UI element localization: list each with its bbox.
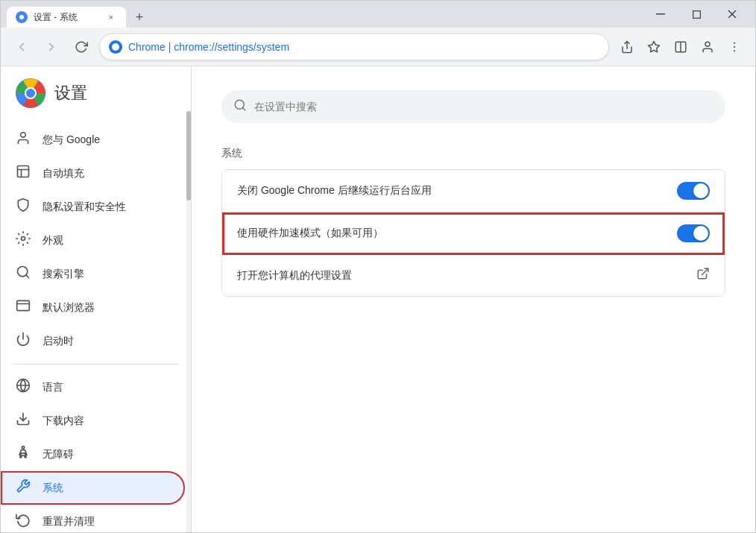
more-button[interactable] — [722, 35, 746, 59]
hardware-acceleration-toggle[interactable] — [677, 224, 710, 242]
svg-point-17 — [26, 89, 35, 98]
sidebar-item-label: 重置并清理 — [42, 515, 95, 529]
svg-point-6 — [112, 43, 119, 51]
new-tab-button[interactable]: + — [129, 7, 150, 28]
title-bar: 设置 - 系统 × + — [1, 1, 755, 28]
search-bar-wrapper — [221, 90, 725, 123]
settings-row-hardware-acceleration: 使用硬件加速模式（如果可用） — [222, 212, 725, 255]
sidebar-navigation: 您与 Google 自动填充 隐私设置和安全性 — [1, 120, 191, 532]
toggle-thumb-2 — [693, 226, 708, 241]
sidebar-item-search[interactable]: 搜索引擎 — [1, 257, 185, 291]
sidebar-item-system[interactable]: 系统 — [1, 471, 185, 505]
bookmark-button[interactable] — [642, 35, 666, 59]
svg-point-18 — [21, 133, 26, 138]
browser-icon — [16, 298, 31, 317]
sidebar-item-appearance[interactable]: 外观 — [1, 224, 185, 257]
sidebar-item-accessibility[interactable]: 无障碍 — [1, 438, 185, 471]
close-button[interactable] — [715, 4, 749, 25]
power-icon — [16, 332, 31, 350]
sidebar-scrollbar[interactable] — [186, 66, 191, 532]
shield-icon — [16, 198, 31, 216]
tab-favicon — [16, 11, 28, 23]
continue-running-label: 关闭 Google Chrome 后继续运行后台应用 — [237, 184, 677, 198]
address-text: Chrome | chrome://settings/system — [128, 41, 599, 53]
svg-point-1 — [19, 15, 24, 19]
proxy-settings-label: 打开您计算机的代理设置 — [237, 269, 696, 283]
active-tab[interactable]: 设置 - 系统 × — [7, 7, 126, 28]
sidebar-item-google[interactable]: 您与 Google — [1, 123, 185, 157]
sidebar-item-label: 隐私设置和安全性 — [42, 201, 126, 214]
settings-row-continue-running: 关闭 Google Chrome 后继续运行后台应用 — [222, 170, 725, 212]
sidebar-item-label: 下载内容 — [42, 414, 84, 428]
svg-point-31 — [22, 447, 24, 449]
proxy-external-link-icon — [696, 267, 710, 284]
search-icon — [233, 98, 247, 116]
navigation-bar: Chrome | chrome://settings/system — [1, 28, 755, 66]
continue-running-toggle[interactable] — [677, 182, 710, 200]
sidebar-item-autofill[interactable]: 自动填充 — [1, 157, 185, 190]
autofill-icon — [16, 164, 31, 183]
sidebar-item-label: 默认浏览器 — [42, 301, 95, 315]
reload-button[interactable] — [69, 35, 93, 59]
sidebar-item-browser[interactable]: 默认浏览器 — [1, 291, 185, 324]
search-input[interactable] — [254, 101, 714, 113]
tab-strip: 设置 - 系统 × + — [7, 1, 643, 28]
sidebar-divider — [13, 364, 179, 365]
scrollbar-track — [186, 111, 191, 532]
svg-point-12 — [734, 42, 735, 43]
appearance-icon — [16, 231, 31, 250]
site-icon — [109, 40, 122, 54]
maximize-button[interactable] — [679, 4, 714, 25]
forward-button[interactable] — [40, 35, 63, 59]
nav-actions — [615, 35, 746, 59]
sidebar-item-language[interactable]: 语言 — [1, 370, 185, 404]
svg-marker-8 — [649, 41, 660, 51]
sidebar: 设置 您与 Google 自动填充 — [1, 66, 192, 532]
svg-rect-25 — [17, 300, 30, 310]
main-area: 设置 您与 Google 自动填充 — [1, 66, 755, 532]
download-icon — [16, 411, 31, 430]
search-bar[interactable] — [221, 90, 725, 123]
tab-close-button[interactable]: × — [105, 11, 117, 23]
address-url: chrome://settings/system — [174, 41, 289, 53]
sidebar-header: 设置 — [1, 66, 191, 120]
svg-rect-19 — [18, 166, 29, 177]
svg-point-13 — [734, 45, 735, 47]
settings-title: 设置 — [54, 82, 87, 104]
split-view-button[interactable] — [669, 35, 693, 59]
scrollbar-thumb — [186, 111, 191, 201]
svg-rect-3 — [693, 10, 700, 18]
reset-icon — [16, 512, 31, 531]
person-icon — [16, 130, 31, 149]
toggle-thumb — [693, 183, 708, 198]
sidebar-item-label: 无障碍 — [42, 448, 74, 461]
svg-line-34 — [242, 107, 245, 110]
tab-title: 设置 - 系统 — [34, 11, 99, 24]
sidebar-item-download[interactable]: 下载内容 — [1, 404, 185, 438]
back-button[interactable] — [10, 35, 34, 59]
settings-row-proxy[interactable]: 打开您计算机的代理设置 — [222, 255, 725, 296]
settings-card: 关闭 Google Chrome 后继续运行后台应用 使用硬件加速模式（如果可用… — [221, 169, 725, 297]
svg-point-11 — [705, 42, 710, 46]
svg-rect-2 — [656, 13, 665, 15]
minimize-button[interactable] — [643, 4, 678, 25]
sidebar-item-label: 搜索引擎 — [42, 268, 84, 281]
toggle-track-2 — [677, 224, 710, 242]
hardware-acceleration-label: 使用硬件加速模式（如果可用） — [237, 227, 677, 240]
svg-point-22 — [22, 237, 25, 241]
section-title: 系统 — [221, 147, 725, 160]
share-button[interactable] — [615, 35, 639, 59]
system-icon — [16, 479, 31, 497]
content-area: 系统 关闭 Google Chrome 后继续运行后台应用 使用硬件加速模式（如… — [192, 66, 755, 532]
svg-line-24 — [26, 275, 29, 278]
address-site: Chrome — [128, 41, 166, 53]
sidebar-item-startup[interactable]: 启动时 — [1, 324, 185, 358]
profile-button[interactable] — [696, 35, 719, 59]
language-icon — [16, 378, 31, 397]
sidebar-item-privacy[interactable]: 隐私设置和安全性 — [1, 190, 185, 224]
search-icon — [16, 265, 31, 283]
toggle-track — [677, 182, 710, 200]
address-bar[interactable]: Chrome | chrome://settings/system — [99, 34, 609, 60]
sidebar-item-reset[interactable]: 重置并清理 — [1, 505, 185, 532]
sidebar-item-label: 启动时 — [42, 335, 74, 348]
